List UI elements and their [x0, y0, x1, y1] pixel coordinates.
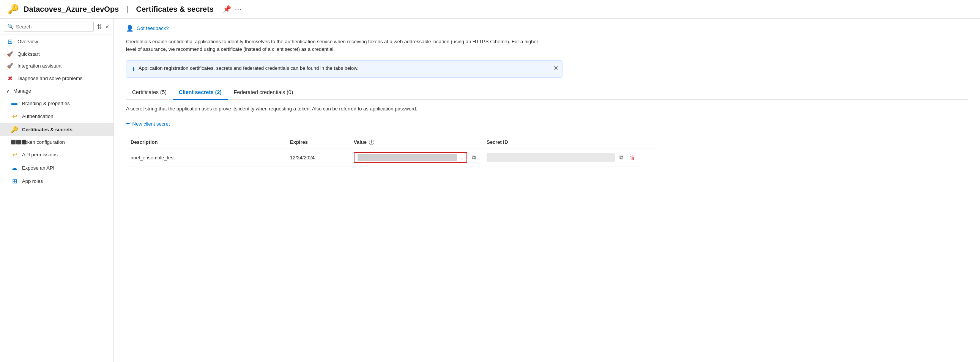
header-separator: | [126, 5, 128, 14]
sidebar-item-label: Expose an API [22, 165, 54, 171]
info-banner-text: Application registration certificates, s… [138, 65, 359, 71]
diagnose-icon: ✖ [6, 75, 14, 82]
token-config-icon: ⬛⬛⬛ [11, 140, 18, 144]
sidebar-item-label: App roles [22, 178, 43, 184]
main-content: 👤 Got feedback? Credentials enable confi… [114, 19, 980, 362]
sidebar-item-authentication[interactable]: ↩ Authentication [0, 110, 113, 123]
sort-button[interactable]: ⇅ [96, 22, 102, 31]
collapse-button[interactable]: « [105, 22, 110, 31]
new-secret-label: New client secret [132, 121, 170, 127]
sidebar-item-integration[interactable]: 🚀 Integration assistant [0, 60, 113, 72]
cell-value: ... ⧉ [349, 148, 482, 167]
expose-api-icon: ☁ [11, 164, 18, 171]
sidebar-search-row: 🔍 ⇅ « [0, 19, 113, 35]
tabs-row: Certificates (5) Client secrets (2) Fede… [126, 86, 968, 100]
cell-description: noel_ensemble_test [126, 148, 285, 167]
delete-secret-button[interactable]: 🗑 [628, 153, 637, 162]
sidebar-section-label: Manage [13, 88, 31, 94]
copy-value-button[interactable]: ⧉ [470, 152, 477, 162]
sidebar-item-app-roles[interactable]: ⊞ App roles [0, 175, 113, 188]
value-ellipsis: ... [459, 155, 463, 160]
value-highlighted-box: ... [354, 152, 467, 163]
manage-chevron-icon: ∨ [6, 89, 10, 94]
info-banner-close-button[interactable]: ✕ [554, 65, 558, 72]
sidebar-item-label: API permissions [22, 152, 58, 157]
app-icon: 🔑 [8, 4, 19, 14]
table-body: noel_ensemble_test 12/24/2024 ... ⧉ [126, 148, 657, 167]
api-permissions-icon: ↩ [11, 151, 18, 158]
col-actions-header [641, 136, 657, 148]
tab-certificates[interactable]: Certificates (5) [126, 86, 173, 100]
integration-icon: 🚀 [6, 63, 14, 69]
authentication-icon: ↩ [11, 113, 18, 120]
sidebar-item-label: Branding & properties [22, 100, 70, 106]
copy-secret-id-button[interactable]: ⧉ [618, 152, 625, 162]
sidebar: 🔍 ⇅ « ⊞ Overview 🚀 Quickstart 🚀 Integrat… [0, 19, 114, 362]
info-icon: ℹ [132, 66, 135, 73]
col-expires-header: Expires [285, 136, 349, 148]
overview-icon: ⊞ [6, 38, 14, 45]
secret-id-masked [487, 153, 615, 162]
sidebar-item-token-config[interactable]: ⬛⬛⬛ Token configuration [0, 136, 113, 148]
certificates-icon: 🔑 [11, 126, 18, 133]
header-actions: 📌 ··· [223, 5, 242, 13]
sidebar-item-label: Authentication [22, 113, 53, 119]
pin-icon[interactable]: 📌 [223, 5, 231, 13]
sidebar-item-label: Certificates & secrets [22, 127, 73, 132]
header: 🔑 Datacoves_Azure_devOps | Certificates … [0, 0, 980, 19]
body-layout: 🔍 ⇅ « ⊞ Overview 🚀 Quickstart 🚀 Integrat… [0, 19, 980, 362]
value-masked-bar [358, 154, 457, 161]
col-description-header: Description [126, 136, 285, 148]
sidebar-item-api-permissions[interactable]: ↩ API permissions [0, 148, 113, 161]
feedback-bar[interactable]: 👤 Got feedback? [126, 25, 968, 32]
sidebar-item-diagnose[interactable]: ✖ Diagnose and solve problems [0, 72, 113, 85]
page-description: Credentials enable confidential applicat… [126, 38, 544, 53]
tab-federated-credentials[interactable]: Federated credentials (0) [228, 86, 299, 100]
feedback-icon: 👤 [126, 25, 134, 32]
sidebar-item-label: Token configuration [22, 139, 65, 145]
sidebar-item-quickstart[interactable]: 🚀 Quickstart [0, 48, 113, 60]
tab-client-secrets[interactable]: Client secrets (2) [173, 86, 228, 100]
search-input[interactable] [16, 24, 90, 30]
feedback-label: Got feedback? [137, 25, 169, 31]
search-icon: 🔍 [7, 24, 14, 30]
sidebar-item-label: Overview [18, 39, 38, 44]
info-banner: ℹ Application registration certificates,… [126, 60, 563, 78]
branding-icon: ▬ [11, 100, 18, 106]
app-roles-icon: ⊞ [11, 178, 18, 185]
tab-description: A secret string that the application use… [126, 106, 968, 111]
sidebar-item-label: Diagnose and solve problems [18, 76, 82, 81]
sidebar-item-label: Integration assistant [18, 63, 62, 69]
table-row: noel_ensemble_test 12/24/2024 ... ⧉ [126, 148, 657, 167]
secrets-table: Description Expires Value i Secret ID no… [126, 136, 657, 167]
cell-expires: 12/24/2024 [285, 148, 349, 167]
page-title: Certificates & secrets [136, 5, 214, 14]
app-name: Datacoves_Azure_devOps [24, 5, 119, 14]
cell-secret-id: ⧉ 🗑 [482, 148, 641, 167]
more-options-icon[interactable]: ··· [235, 5, 242, 13]
col-value-label: Value [354, 139, 367, 145]
new-client-secret-button[interactable]: + New client secret [126, 117, 170, 130]
plus-icon: + [126, 120, 130, 128]
table-header-row: Description Expires Value i Secret ID [126, 136, 657, 148]
quickstart-icon: 🚀 [6, 51, 14, 57]
sidebar-item-certificates[interactable]: 🔑 Certificates & secrets [0, 123, 113, 136]
sidebar-item-expose-api[interactable]: ☁ Expose an API [0, 161, 113, 175]
sidebar-item-overview[interactable]: ⊞ Overview [0, 35, 113, 48]
col-secret-id-header: Secret ID [482, 136, 641, 148]
col-value-header: Value i [349, 136, 482, 148]
sidebar-section-manage[interactable]: ∨ Manage [0, 85, 113, 97]
sidebar-item-label: Quickstart [18, 51, 40, 57]
search-box[interactable]: 🔍 [4, 22, 94, 32]
table-header: Description Expires Value i Secret ID [126, 136, 657, 148]
value-info-icon[interactable]: i [369, 140, 374, 145]
sidebar-item-branding[interactable]: ▬ Branding & properties [0, 97, 113, 110]
